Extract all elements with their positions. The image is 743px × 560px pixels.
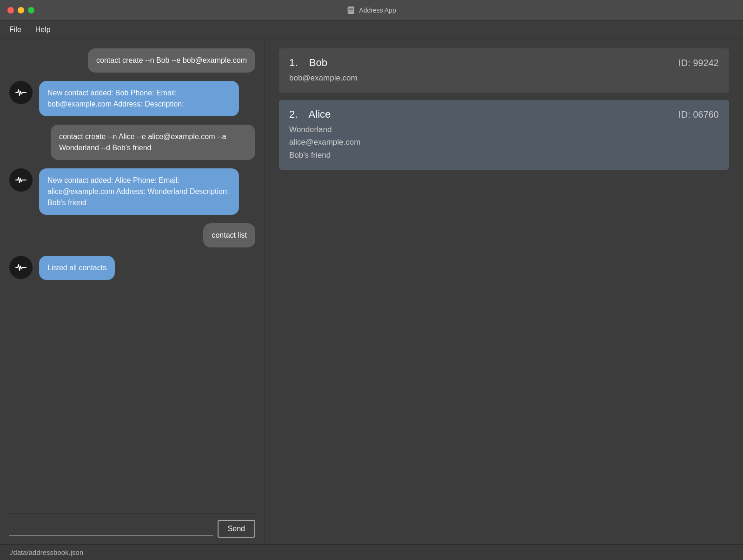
contact-header-alice: 2. Alice ID: 06760 — [289, 108, 719, 120]
svg-rect-4 — [349, 8, 353, 9]
input-area: Send — [9, 513, 255, 544]
contact-name-bob: 1. Bob — [289, 57, 327, 69]
command-input[interactable] — [9, 521, 213, 536]
menu-help[interactable]: Help — [35, 26, 51, 34]
contact-id-alice: ID: 06760 — [678, 109, 719, 120]
contact-name-text-2: Alice — [309, 108, 331, 120]
menu-file[interactable]: File — [9, 26, 21, 34]
command-text-3: contact list — [212, 231, 247, 239]
response-row-2: New contact added: Alice Phone: Email: a… — [9, 168, 255, 215]
response-text-1: New contact added: Bob Phone: Email: bob… — [47, 89, 184, 108]
app-title: Address App — [347, 6, 396, 14]
response-row-1: New contact added: Bob Phone: Email: bob… — [9, 81, 255, 116]
contact-header-bob: 1. Bob ID: 99242 — [289, 57, 719, 69]
command-bubble-3: contact list — [203, 223, 255, 247]
menu-bar: File Help — [0, 20, 743, 39]
waveform-icon-3 — [15, 261, 27, 273]
chat-area: contact create --n Bob --e bob@example.c… — [9, 48, 255, 513]
contact-email-bob: bob@example.com — [289, 72, 719, 84]
command-bubble-1: contact create --n Bob --e bob@example.c… — [88, 48, 255, 73]
waveform-icon-2 — [15, 174, 27, 186]
command-text-1: contact create --n Bob --e bob@example.c… — [96, 56, 247, 64]
activity-icon-1 — [9, 81, 33, 104]
command-text-2: contact create --n Alice --e alice@examp… — [59, 133, 226, 152]
address-book-icon — [347, 6, 355, 14]
contact-name-text-1: Bob — [309, 57, 327, 68]
contact-email-alice: alice@example.com — [289, 136, 719, 148]
response-row-3: Listed all contacts — [9, 256, 255, 280]
response-text-3: Listed all contacts — [47, 264, 106, 272]
svg-rect-5 — [349, 9, 353, 10]
contact-number-2: 2. — [289, 108, 298, 120]
close-button[interactable] — [7, 7, 14, 13]
activity-icon-2 — [9, 168, 33, 192]
svg-rect-2 — [347, 10, 349, 11]
contact-card-alice: 2. Alice ID: 06760 Wonderland alice@exam… — [279, 100, 729, 170]
svg-rect-3 — [347, 12, 349, 13]
contact-id-bob: ID: 99242 — [678, 58, 719, 68]
main-content: contact create --n Bob --e bob@example.c… — [0, 39, 743, 544]
svg-rect-6 — [349, 11, 353, 12]
activity-icon-3 — [9, 256, 33, 279]
response-bubble-3: Listed all contacts — [39, 256, 115, 280]
left-panel: contact create --n Bob --e bob@example.c… — [0, 39, 265, 544]
status-text: ./data/addressbook.json — [9, 548, 83, 556]
contact-number-1: 1. — [289, 57, 298, 68]
svg-rect-0 — [348, 7, 354, 14]
minimize-button[interactable] — [18, 7, 24, 13]
command-bubble-2: contact create --n Alice --e alice@examp… — [51, 125, 255, 160]
app-title-text: Address App — [359, 7, 396, 14]
contact-address-alice: Wonderland — [289, 123, 719, 136]
status-bar: ./data/addressbook.json — [0, 544, 743, 560]
contact-card-bob: 1. Bob ID: 99242 bob@example.com — [279, 48, 729, 93]
right-panel: 1. Bob ID: 99242 bob@example.com 2. Alic… — [265, 39, 743, 544]
contact-description-alice: Bob's friend — [289, 149, 719, 161]
maximize-button[interactable] — [28, 7, 34, 13]
response-text-2: New contact added: Alice Phone: Email: a… — [47, 176, 229, 207]
response-bubble-1: New contact added: Bob Phone: Email: bob… — [39, 81, 239, 116]
send-button[interactable]: Send — [218, 520, 255, 538]
contact-name-alice: 2. Alice — [289, 108, 331, 120]
window-controls[interactable] — [7, 7, 34, 13]
response-bubble-2: New contact added: Alice Phone: Email: a… — [39, 168, 239, 215]
svg-rect-1 — [347, 8, 349, 9]
title-bar: Address App — [0, 0, 743, 20]
waveform-icon-1 — [15, 87, 27, 99]
